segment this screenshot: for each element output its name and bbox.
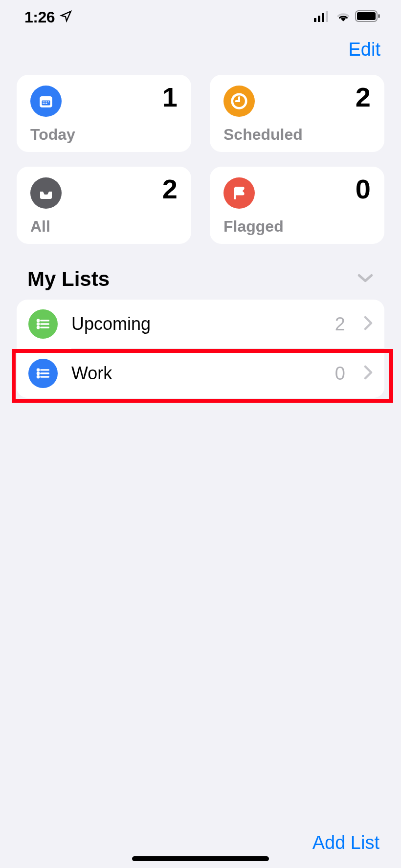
card-today[interactable]: 1 Today [17, 75, 191, 152]
list-label: Work [71, 363, 321, 384]
card-today-count: 1 [162, 84, 178, 111]
svg-rect-8 [42, 101, 50, 106]
lists-panel: Upcoming 2 Work 0 [17, 300, 384, 398]
svg-point-21 [37, 326, 39, 328]
smart-cards-grid: 1 Today 2 Scheduled 2 [0, 75, 401, 244]
svg-point-9 [43, 101, 44, 102]
card-all[interactable]: 2 All [17, 167, 191, 244]
cellular-icon [314, 10, 332, 24]
list-row-work[interactable]: Work 0 [17, 349, 384, 398]
card-scheduled[interactable]: 2 Scheduled [210, 75, 384, 152]
card-flagged[interactable]: 0 Flagged [210, 167, 384, 244]
svg-point-10 [45, 101, 45, 102]
list-count: 2 [335, 314, 345, 335]
location-icon [60, 10, 72, 24]
svg-point-12 [48, 101, 49, 102]
card-today-label: Today [30, 126, 177, 144]
chevron-right-icon [364, 365, 373, 382]
svg-rect-0 [314, 18, 316, 22]
chevron-down-icon [357, 273, 374, 285]
flag-icon [223, 177, 255, 209]
svg-rect-3 [326, 11, 328, 22]
list-bullet-icon [28, 309, 58, 339]
add-list-button[interactable]: Add List [312, 832, 379, 853]
home-indicator[interactable] [132, 856, 269, 861]
list-row-upcoming[interactable]: Upcoming 2 [17, 300, 384, 348]
svg-point-23 [37, 369, 39, 370]
card-flagged-label: Flagged [223, 217, 370, 236]
list-bullet-icon [28, 359, 58, 388]
svg-rect-1 [318, 16, 320, 22]
status-bar: 1:26 [0, 0, 401, 29]
bottom-toolbar: Add List [312, 832, 379, 853]
clock-icon [223, 86, 255, 117]
svg-point-25 [37, 372, 39, 374]
svg-point-11 [46, 101, 47, 102]
card-scheduled-label: Scheduled [223, 126, 370, 144]
svg-point-15 [46, 103, 47, 104]
svg-rect-5 [357, 12, 376, 20]
svg-rect-6 [378, 14, 380, 18]
list-label: Upcoming [71, 314, 321, 334]
status-time: 1:26 [24, 8, 55, 26]
svg-point-19 [37, 323, 39, 325]
svg-point-27 [37, 376, 39, 377]
svg-point-13 [43, 103, 44, 104]
card-flagged-count: 0 [356, 175, 371, 203]
battery-icon [355, 10, 381, 24]
nav-header: Edit [0, 29, 401, 75]
svg-point-14 [45, 103, 45, 104]
card-all-count: 2 [162, 175, 178, 203]
card-scheduled-count: 2 [356, 84, 371, 111]
card-all-label: All [30, 217, 177, 236]
svg-rect-2 [322, 13, 324, 22]
my-lists-header[interactable]: My Lists [0, 244, 401, 300]
chevron-right-icon [364, 316, 373, 332]
section-title: My Lists [27, 267, 110, 291]
calendar-icon [30, 86, 62, 117]
inbox-icon [30, 177, 62, 209]
edit-button[interactable]: Edit [349, 39, 380, 60]
wifi-icon [335, 10, 351, 24]
svg-point-17 [37, 320, 39, 321]
list-count: 0 [335, 363, 345, 384]
